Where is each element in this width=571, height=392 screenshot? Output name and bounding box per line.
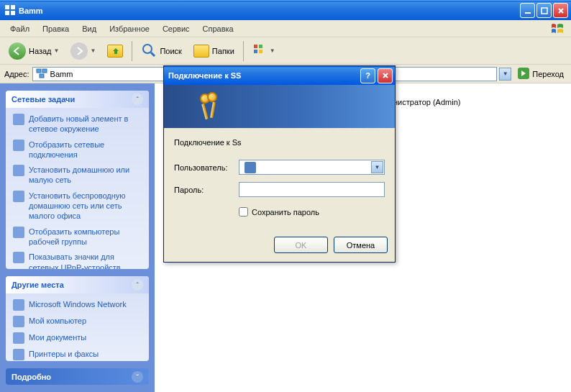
folders-label: Папки [212, 47, 234, 55]
user-icon [245, 162, 256, 173]
close-button[interactable] [553, 3, 568, 18]
task-title: Другие места [12, 281, 64, 289]
search-label: Поиск [160, 47, 181, 55]
my-documents-icon [13, 332, 24, 344]
minimize-button[interactable] [520, 3, 535, 18]
save-password-checkbox[interactable] [239, 207, 248, 216]
printers-icon [13, 349, 24, 360]
menu-tools[interactable]: Сервис [157, 22, 196, 35]
task-setup-home-network[interactable]: Установить домашнюю или малую сеть [13, 165, 142, 186]
back-button[interactable]: Назад ▼ [4, 40, 63, 62]
windows-logo-icon [547, 22, 568, 36]
task-group-network: Сетевые задачи ˆ Добавить новый элемент … [6, 91, 149, 269]
place-my-documents[interactable]: Мои документы [13, 332, 142, 344]
window-title: Bamm [19, 6, 43, 15]
task-header-other[interactable]: Другие места ˆ [6, 276, 149, 293]
dialog-help-button[interactable]: ? [360, 68, 375, 83]
task-setup-wireless[interactable]: Установить беспроводную домашнюю сеть ил… [13, 191, 142, 222]
dialog-close-button[interactable] [378, 68, 393, 83]
svg-rect-11 [259, 45, 262, 48]
go-label: Переход [532, 70, 564, 78]
chevron-down-icon: ˇ [132, 371, 143, 383]
dialog-titlebar: Подключение к SS ? [164, 66, 395, 85]
forward-icon [70, 42, 88, 60]
password-label: Пароль: [174, 186, 239, 194]
user-label: Пользователь: [174, 163, 239, 172]
place-my-computer[interactable]: Мой компьютер [13, 316, 142, 327]
toolbar: Назад ▼ ▼ Поиск Папки ▼ [0, 37, 571, 65]
task-show-connections[interactable]: Отобразить сетевые подключения [13, 140, 142, 160]
titlebar: Bamm [0, 0, 571, 20]
folders-icon [193, 45, 209, 58]
ok-button[interactable]: OK [274, 237, 328, 253]
save-password-label: Сохранить пароль [252, 208, 319, 216]
dialog-subtitle: Подключение к Ss [174, 138, 385, 147]
svg-rect-10 [254, 45, 257, 48]
menu-help[interactable]: Справка [197, 22, 239, 35]
svg-rect-2 [5, 11, 9, 15]
chevron-up-icon: ˆ [132, 279, 143, 291]
dialog-title: Подключение к SS [168, 71, 241, 80]
side-panel: Сетевые задачи ˆ Добавить новый элемент … [0, 83, 155, 392]
place-ms-network[interactable]: Microsoft Windows Network [13, 299, 142, 311]
task-group-other-places: Другие места ˆ Microsoft Windows Network… [6, 276, 149, 362]
folder-up-icon [107, 45, 123, 58]
add-place-icon [13, 114, 24, 125]
keys-icon [200, 92, 221, 121]
place-printers[interactable]: Принтеры и факсы [13, 349, 142, 360]
svg-rect-0 [5, 5, 9, 9]
app-icon [4, 4, 16, 17]
svg-rect-4 [525, 12, 531, 14]
views-button[interactable]: ▼ [248, 41, 280, 61]
connections-icon [13, 140, 24, 151]
home-network-icon [13, 165, 24, 176]
task-title: Сетевые задачи [12, 95, 75, 104]
svg-rect-15 [42, 69, 47, 73]
combo-dropdown-icon[interactable]: ▼ [371, 161, 383, 173]
wireless-icon [13, 191, 24, 202]
search-button[interactable]: Поиск [137, 40, 186, 62]
address-value: Bamm [50, 70, 73, 78]
svg-rect-1 [11, 5, 15, 9]
dialog-banner [164, 85, 395, 128]
go-button[interactable]: Переход [514, 65, 567, 83]
user-combobox[interactable]: ▼ [239, 160, 385, 175]
workgroup-icon [13, 227, 24, 238]
chevron-up-icon: ˆ [132, 94, 143, 105]
svg-rect-14 [37, 69, 41, 73]
network-icon [13, 299, 24, 311]
cancel-button[interactable]: Отмена [334, 237, 388, 253]
svg-point-8 [143, 45, 152, 53]
menubar: Файл Правка Вид Избранное Сервис Справка [0, 20, 571, 37]
task-header-details[interactable]: Подробно ˇ [6, 368, 149, 385]
network-place-icon [36, 68, 47, 80]
maximize-button[interactable] [536, 3, 552, 18]
forward-button[interactable]: ▼ [66, 40, 100, 62]
password-input[interactable] [239, 182, 385, 197]
menu-favorites[interactable]: Избранное [104, 22, 155, 35]
back-icon [9, 42, 26, 60]
address-label: Адрес: [4, 70, 29, 78]
back-label: Назад [29, 47, 52, 55]
svg-line-9 [151, 53, 155, 56]
svg-rect-3 [11, 11, 15, 15]
up-button[interactable] [103, 42, 127, 60]
task-upnp-icons[interactable]: Показывать значки для сетевых UPnP-устро… [13, 252, 142, 268]
admin-label: нистратор (Admin) [393, 98, 562, 106]
task-title: Подробно [12, 373, 51, 381]
my-computer-icon [13, 316, 24, 327]
connection-dialog: Подключение к SS ? Подключение к Ss Поль… [163, 65, 396, 263]
task-workgroup-computers[interactable]: Отобразить компьютеры рабочей группы [13, 227, 142, 247]
task-add-network-place[interactable]: Добавить новый элемент в сетевое окружен… [13, 114, 142, 135]
svg-rect-13 [259, 50, 262, 53]
menu-view[interactable]: Вид [76, 22, 102, 35]
folders-button[interactable]: Папки [189, 42, 239, 60]
task-group-details: Подробно ˇ [6, 368, 149, 385]
address-dropdown-icon[interactable]: ▼ [499, 68, 511, 81]
views-icon [252, 43, 268, 59]
search-icon [141, 42, 157, 60]
task-header-network[interactable]: Сетевые задачи ˆ [6, 91, 149, 108]
menu-edit[interactable]: Правка [37, 22, 75, 35]
menu-file[interactable]: Файл [4, 22, 35, 35]
svg-rect-12 [254, 50, 257, 53]
